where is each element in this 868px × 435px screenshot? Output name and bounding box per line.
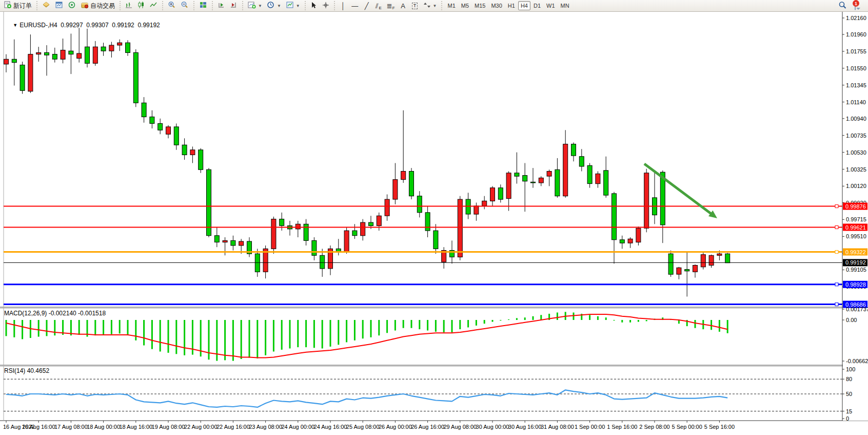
symbol-period-label: EURUSD-,H4 [19, 22, 57, 29]
tile-windows-button[interactable] [197, 1, 209, 11]
horizontal-line-tool-button[interactable]: — [349, 1, 361, 11]
candle [393, 180, 398, 200]
templates-button[interactable]: ▼ [284, 1, 302, 11]
periods-button[interactable]: ▼ [265, 1, 283, 11]
navigator-icon [68, 1, 76, 10]
arrows-tool-button[interactable]: ▼ [421, 1, 439, 11]
candle [12, 59, 16, 62]
timeframe-group: M1M5M15M30H1H4D1W1MN [445, 1, 571, 10]
candle [320, 255, 325, 269]
toolbar-separator [192, 1, 195, 10]
autotrading-label: 自动交易 [90, 2, 115, 10]
trendline-tool-button[interactable]: ╱ [361, 1, 372, 11]
candle [555, 169, 560, 196]
date-axis-label: 1 Sep 00:00 [575, 424, 605, 430]
text-tool-button[interactable]: A [398, 1, 409, 11]
candle [45, 52, 49, 55]
navigator-button[interactable] [66, 1, 78, 11]
cursor-tool-button[interactable] [308, 1, 320, 11]
date-axis-label: 24 Aug 00:00 [281, 424, 314, 430]
horizontal-line-icon: — [351, 3, 358, 9]
price-axis-label: 1.01755 [846, 48, 866, 54]
candle [36, 52, 41, 54]
candle [142, 103, 146, 117]
channel-tool-button[interactable]: ⫽ E [373, 1, 384, 11]
candle [717, 254, 722, 255]
candle [523, 176, 527, 181]
candle [425, 213, 430, 231]
toolbar-separator [241, 1, 244, 10]
candle [409, 172, 414, 196]
data-window-icon [55, 1, 63, 10]
market-watch-button[interactable] [40, 1, 52, 11]
candle [280, 219, 284, 226]
channel-letter: E [379, 6, 382, 10]
macd-axis-label: 0.001737 [846, 306, 868, 312]
vertical-line-tool-button[interactable]: │ [338, 1, 349, 11]
price-axis-label: 0.99105 [846, 267, 866, 273]
timeframe-MN[interactable]: MN [558, 1, 572, 10]
zoom-out-button[interactable] [179, 1, 191, 11]
candle [231, 240, 235, 245]
search-button[interactable] [836, 1, 849, 11]
new-order-button[interactable]: 新订单 [2, 1, 34, 11]
line-chart-type-button[interactable] [148, 1, 160, 11]
date-axis-label: 22 Aug 00:00 [184, 424, 218, 430]
timeframe-D1[interactable]: D1 [531, 1, 543, 10]
candle [93, 47, 97, 63]
candle [604, 171, 608, 195]
price-axis-label: 1.02160 [846, 15, 866, 21]
price-axis-label: 1.01550 [846, 65, 866, 71]
candle [69, 51, 73, 54]
label-tool-button[interactable]: T [409, 1, 421, 11]
collapse-triangle-icon[interactable]: ▼ [13, 23, 17, 28]
fibonacci-tool-button[interactable]: ≣ F [385, 1, 397, 11]
crosshair-tool-button[interactable] [320, 1, 331, 11]
timeframe-M1[interactable]: M1 [445, 1, 458, 10]
candlestick-icon [137, 1, 145, 10]
candle [182, 145, 187, 155]
date-axis-label: 23 Aug 08:00 [249, 424, 282, 430]
cursor-icon [310, 2, 317, 10]
candle [304, 224, 308, 240]
price-axis[interactable]: 1.021601.019601.017551.015501.013451.011… [842, 12, 868, 422]
templates-icon [286, 1, 294, 10]
date-axis-label: 1 Sep 16:00 [607, 424, 637, 430]
arrows-tool-icon [423, 2, 431, 10]
timeframe-W1[interactable]: W1 [544, 1, 558, 10]
date-axis-label: 5 Sep 00:00 [672, 424, 702, 430]
indicators-button[interactable]: ▼ [246, 1, 264, 11]
zoom-in-button[interactable] [166, 1, 178, 11]
chart-title: ▼EURUSD-,H4 0.99297 0.99307 0.99192 0.99… [6, 14, 160, 36]
toolbar-separator [333, 1, 336, 10]
bar-chart-type-button[interactable] [123, 1, 135, 11]
chart-shift-button[interactable] [228, 1, 240, 11]
chart-canvas[interactable]: 1.021601.019601.017551.015501.013451.011… [0, 12, 868, 435]
bar-chart-icon [125, 1, 133, 10]
auto-scroll-icon [218, 1, 225, 10]
candle [158, 124, 163, 130]
candle [490, 188, 495, 201]
notifications-button[interactable]: 1 [850, 1, 861, 11]
chart-shift-icon [230, 1, 238, 10]
date-axis-label: 26 Aug 16:00 [411, 424, 444, 430]
timeframe-M5[interactable]: M5 [459, 1, 471, 10]
candle [61, 50, 65, 60]
price-axis-label: 1.00120 [846, 183, 866, 189]
candle [20, 65, 25, 91]
rsi-axis-label: 80 [846, 376, 852, 382]
candlestick-type-button[interactable] [135, 1, 147, 11]
timeframe-H4[interactable]: H4 [518, 1, 530, 10]
candle [612, 194, 617, 240]
data-window-button[interactable] [53, 1, 65, 11]
autotrading-button[interactable]: 自动交易 [78, 1, 117, 11]
svg-text:0.98928: 0.98928 [845, 281, 866, 288]
timeframe-M30[interactable]: M30 [488, 1, 504, 10]
timeframe-H1[interactable]: H1 [505, 1, 518, 10]
price-axis-label: 0.99510 [846, 233, 866, 239]
timeframe-M15[interactable]: M15 [472, 1, 488, 10]
auto-scroll-button[interactable] [215, 1, 227, 11]
svg-text:0.99876: 0.99876 [845, 203, 866, 210]
fibonacci-icon: ≣ [387, 3, 392, 9]
date-axis-label: 19 Aug 08:00 [152, 424, 185, 430]
